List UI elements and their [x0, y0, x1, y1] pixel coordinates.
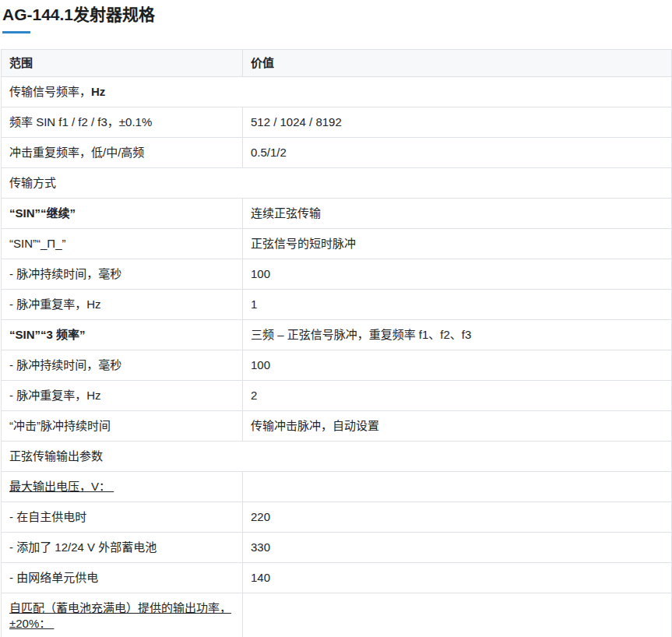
spec-table-header: 范围 价值 — [2, 50, 672, 77]
value-cell: 512 / 1024 / 8192 — [243, 107, 672, 138]
table-row: “SIN”“3 频率”三频 – 正弦信号脉冲，重复频率 f1、f2、f3 — [2, 320, 672, 350]
cell-text: 连续正弦传输 — [251, 206, 321, 220]
value-cell: 220 — [243, 502, 672, 533]
cell-text: “SIN”“3 频率” — [9, 328, 86, 341]
value-cell: 传输冲击脉冲，自动设置 — [243, 411, 672, 442]
cell-text: 正弦信号的短时脉冲 — [251, 237, 356, 250]
value-cell: 正弦信号的短时脉冲 — [243, 229, 672, 259]
table-row: “SIN”“继续”连续正弦传输 — [2, 199, 672, 229]
cell-text: “SIN”“继续” — [9, 206, 76, 220]
param-cell: - 脉冲重复率，Hz — [2, 381, 243, 411]
cell-text: 140 — [251, 571, 270, 584]
value-cell — [243, 593, 672, 637]
section-cell: 传输信号频率，Hz — [2, 77, 672, 107]
cell-text: 330 — [251, 540, 270, 554]
value-cell — [243, 472, 672, 502]
table-row: “冲击”脉冲持续时间传输冲击脉冲，自动设置 — [2, 411, 672, 442]
value-cell: 100 — [243, 259, 672, 290]
value-cell: 连续正弦传输 — [243, 199, 672, 229]
header-row: 范围 价值 — [2, 50, 672, 77]
param-cell: 冲击重复频率，低/中/高频 — [2, 138, 243, 168]
section-cell: 正弦传输输出参数 — [2, 442, 672, 472]
section-row: 传输信号频率，Hz — [2, 77, 672, 107]
param-cell: 自匹配（蓄电池充满电）提供的输出功率，±20%： — [2, 593, 243, 637]
value-cell: 三频 – 正弦信号脉冲，重复频率 f1、f2、f3 — [243, 320, 672, 350]
cell-text: - 脉冲重复率，Hz — [9, 389, 101, 402]
spec-table: 范围 价值 传输信号频率，Hz频率 SIN f1 / f2 / f3，±0.1%… — [1, 49, 672, 637]
table-row: “SIN”“_Π_”正弦信号的短时脉冲 — [2, 229, 672, 259]
cell-text: 0.5/1/2 — [251, 146, 287, 159]
value-cell: 100 — [243, 350, 672, 381]
table-row: 冲击重复频率，低/中/高频0.5/1/2 — [2, 138, 672, 168]
cell-text: - 添加了 12/24 V 外部蓄电池 — [9, 540, 157, 554]
value-cell: 330 — [243, 533, 672, 563]
value-cell: 2 — [243, 381, 672, 411]
param-cell: “SIN”“_Π_” — [2, 229, 243, 259]
cell-text: 冲击重复频率，低/中/高频 — [9, 146, 144, 159]
cell-text: 2 — [251, 389, 257, 402]
param-cell: “SIN”“3 频率” — [2, 320, 243, 350]
cell-text: 传输方式 — [9, 176, 56, 189]
param-cell: “冲击”脉冲持续时间 — [2, 411, 243, 442]
table-row: 最大输出电压，V： — [2, 472, 672, 502]
param-cell: - 添加了 12/24 V 外部蓄电池 — [2, 533, 243, 563]
param-cell: - 在自主供电时 — [2, 502, 243, 533]
table-row: - 脉冲重复率，Hz2 — [2, 381, 672, 411]
cell-text: 220 — [251, 510, 270, 523]
cell-text: - 脉冲持续时间，毫秒 — [9, 267, 121, 280]
param-cell: - 脉冲持续时间，毫秒 — [2, 259, 243, 290]
col-header-range: 范围 — [2, 50, 243, 77]
table-row: 自匹配（蓄电池充满电）提供的输出功率，±20%： — [2, 593, 672, 637]
param-cell: - 脉冲重复率，Hz — [2, 290, 243, 320]
col-header-value: 价值 — [243, 50, 672, 77]
table-row: 频率 SIN f1 / f2 / f3，±0.1%512 / 1024 / 81… — [2, 107, 672, 138]
section-row: 正弦传输输出参数 — [2, 442, 672, 472]
cell-text: 正弦传输输出参数 — [9, 449, 103, 463]
cell-text: “SIN”“_Π_” — [9, 237, 66, 250]
cell-text: 自匹配（蓄电池充满电）提供的输出功率，±20%： — [9, 601, 231, 630]
cell-text: Hz — [91, 85, 105, 98]
cell-text: - 在自主供电时 — [9, 510, 86, 523]
value-cell: 0.5/1/2 — [243, 138, 672, 168]
table-row: - 在自主供电时220 — [2, 502, 672, 533]
table-row: - 由网络单元供电140 — [2, 563, 672, 593]
cell-text: 传输冲击脉冲，自动设置 — [251, 419, 379, 432]
param-cell: - 由网络单元供电 — [2, 563, 243, 593]
table-row: - 添加了 12/24 V 外部蓄电池330 — [2, 533, 672, 563]
cell-text: - 脉冲重复率，Hz — [9, 297, 101, 311]
spec-page: AG-144.1发射器规格 范围 价值 传输信号频率，Hz频率 SIN f1 /… — [0, 0, 672, 637]
param-cell: “SIN”“继续” — [2, 199, 243, 229]
title-accent-bar — [2, 31, 30, 33]
page-title: AG-144.1发射器规格 — [2, 5, 672, 24]
cell-text: 512 / 1024 / 8192 — [251, 115, 342, 128]
cell-text: “冲击”脉冲持续时间 — [9, 419, 111, 432]
cell-text: 频率 SIN f1 / f2 / f3，±0.1% — [9, 115, 152, 128]
value-cell: 1 — [243, 290, 672, 320]
cell-text: 1 — [251, 297, 257, 311]
param-cell: 最大输出电压，V： — [2, 472, 243, 502]
param-cell: 频率 SIN f1 / f2 / f3，±0.1% — [2, 107, 243, 138]
cell-text: 传输信号频率， — [9, 85, 91, 98]
spec-table-body: 传输信号频率，Hz频率 SIN f1 / f2 / f3，±0.1%512 / … — [2, 77, 672, 637]
cell-text: 三频 – 正弦信号脉冲，重复频率 f1、f2、f3 — [251, 328, 471, 341]
cell-text: 100 — [251, 267, 270, 280]
table-row: - 脉冲重复率，Hz1 — [2, 290, 672, 320]
cell-text: - 由网络单元供电 — [9, 571, 98, 584]
cell-text: 最大输出电压，V： — [9, 480, 114, 493]
cell-text: 100 — [251, 358, 270, 371]
table-row: - 脉冲持续时间，毫秒100 — [2, 350, 672, 381]
param-cell: - 脉冲持续时间，毫秒 — [2, 350, 243, 381]
section-cell: 传输方式 — [2, 168, 672, 199]
section-row: 传输方式 — [2, 168, 672, 199]
value-cell: 140 — [243, 563, 672, 593]
table-row: - 脉冲持续时间，毫秒100 — [2, 259, 672, 290]
cell-text: - 脉冲持续时间，毫秒 — [9, 358, 121, 371]
